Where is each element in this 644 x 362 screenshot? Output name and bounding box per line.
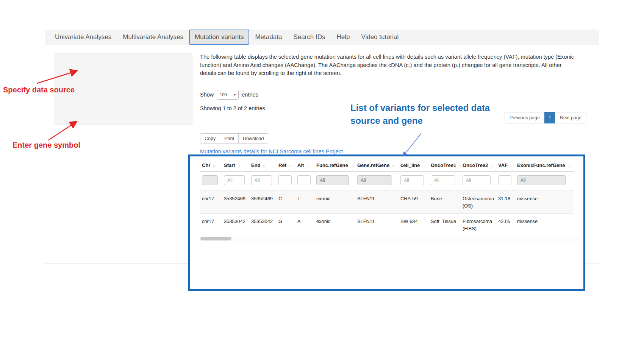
- filter-vaf[interactable]: [498, 175, 511, 185]
- cell-vaf: 42.05: [496, 214, 515, 236]
- column-header-end[interactable]: End↑↓: [249, 158, 276, 172]
- annotation-enter-gene-symbol: Enter gene symbol: [13, 141, 80, 150]
- column-header-chr[interactable]: Chr↑↓: [200, 158, 222, 172]
- column-header-gene-refgene[interactable]: Gene.refGene↑↓: [355, 158, 398, 172]
- cell-oncotree1: Soft_Tissue: [428, 214, 460, 236]
- cell-end: 35353042: [249, 214, 276, 236]
- cell-alt: T: [295, 191, 314, 214]
- cell-oncotree2: Fibrosarcoma (FIBS): [460, 214, 496, 236]
- scrollbar-thumb[interactable]: [200, 237, 231, 240]
- sort-icon: ↑↓: [212, 163, 215, 168]
- tab-video-tutorial[interactable]: Video tutorial: [355, 30, 404, 45]
- cell-start: 35352469: [222, 191, 249, 214]
- main-navbar: Univariate Analyses Multivariate Analyse…: [45, 30, 599, 45]
- sort-icon: ↑↓: [458, 163, 461, 168]
- sort-icon: ↑↓: [391, 163, 394, 168]
- sort-icon: ↑↓: [263, 163, 265, 168]
- cell-end: 35352469: [249, 191, 276, 214]
- cell-start: 35353042: [222, 214, 249, 236]
- list-of-variants-arrow: [403, 133, 421, 156]
- filter-cell-line[interactable]: All: [400, 175, 424, 185]
- sort-icon: ↑↓: [306, 163, 308, 168]
- tab-search-ids[interactable]: Search IDs: [288, 30, 331, 45]
- cell-gene-refgene: SLFN11: [355, 214, 398, 236]
- cell-gene-refgene: SLFN11: [355, 191, 398, 214]
- column-header-oncotree1[interactable]: OncoTree1↑↓: [428, 158, 460, 172]
- copy-button[interactable]: Copy: [200, 133, 220, 144]
- cell-func-refgene: exonic: [314, 214, 355, 236]
- tab-mutation-variants[interactable]: Mutation variants: [189, 30, 249, 45]
- variants-table-container: Chr↑↓ Start↑↓ End↑↓ Ref↑↓ Alt↑↓ Func.ref…: [188, 154, 585, 291]
- header-row: Chr↑↓ Start↑↓ End↑↓ Ref↑↓ Alt↑↓ Func.ref…: [200, 158, 574, 172]
- annotation-list-of-variants: List of variants for selected data sourc…: [350, 101, 510, 127]
- current-page-button[interactable]: 1: [544, 112, 555, 123]
- cell-alt: A: [295, 214, 314, 236]
- column-header-alt[interactable]: Alt↑↓: [295, 158, 314, 172]
- horizontal-scrollbar[interactable]: [200, 236, 581, 241]
- filter-end[interactable]: All: [251, 175, 272, 185]
- filter-exonicfunc-refgene[interactable]: All: [517, 175, 566, 185]
- cell-exonicfunc-refgene: missense: [515, 191, 574, 214]
- sort-icon: ↑↓: [567, 163, 569, 168]
- page-length-control: Show 100 ▾ entries: [200, 90, 258, 100]
- tab-univariate-analyses[interactable]: Univariate Analyses: [49, 30, 117, 45]
- cell-ref: G: [276, 214, 295, 236]
- sort-icon: ↑↓: [490, 163, 492, 168]
- table-description: The following table displays the selecte…: [200, 53, 579, 78]
- filter-chr[interactable]: [202, 175, 218, 185]
- table-caption-link[interactable]: Mutation variants details for NCI Sarcom…: [200, 148, 343, 154]
- filter-alt[interactable]: [297, 175, 311, 185]
- showing-entries-status: Showing 1 to 2 of 2 entries: [200, 105, 265, 111]
- entries-label: entries: [242, 92, 258, 98]
- cell-cell-line: CHA-59: [398, 191, 428, 214]
- sort-icon: ↑↓: [350, 163, 353, 168]
- sort-icon: ↑↓: [422, 163, 424, 168]
- cell-chr: chr17: [200, 191, 222, 214]
- sort-icon: ↑↓: [510, 163, 512, 168]
- column-header-start[interactable]: Start↑↓: [222, 158, 249, 172]
- cell-exonicfunc-refgene: missense: [515, 214, 574, 236]
- column-header-func-refgene[interactable]: Func.refGene↑↓: [314, 158, 355, 172]
- column-header-exonicfunc-refgene[interactable]: ExonicFunc.refGene↑↓: [515, 158, 574, 172]
- export-button-group: Copy Print Download: [200, 133, 268, 144]
- column-header-oncotree2[interactable]: OncoTree2↑↓: [460, 158, 496, 172]
- column-header-ref[interactable]: Ref↑↓: [276, 158, 295, 172]
- print-button[interactable]: Print: [220, 133, 239, 144]
- show-label: Show: [200, 92, 214, 98]
- cell-func-refgene: exonic: [314, 191, 355, 214]
- tab-multivariate-analyses[interactable]: Multivariate Analyses: [117, 30, 189, 45]
- cell-oncotree1: Bone: [428, 191, 460, 214]
- cell-cell-line: SW 684: [398, 214, 428, 236]
- next-page-button[interactable]: Next page: [555, 112, 586, 123]
- table-row[interactable]: chr17 35353042 35353042 G A exonic SLFN1…: [200, 214, 574, 236]
- filter-ref[interactable]: [278, 175, 292, 185]
- previous-page-button[interactable]: Previous page: [505, 112, 545, 123]
- filter-func-refgene[interactable]: All: [316, 175, 349, 185]
- sort-icon: ↑↓: [288, 163, 291, 168]
- column-header-cell-line[interactable]: cell_line↑↓: [398, 158, 428, 172]
- variants-table: Chr↑↓ Start↑↓ End↑↓ Ref↑↓ Alt↑↓ Func.ref…: [200, 158, 574, 236]
- tab-help[interactable]: Help: [331, 30, 355, 45]
- cell-chr: chr17: [200, 214, 222, 236]
- pagination: Previous page 1 Next page: [505, 112, 586, 123]
- filter-row: All All All All All All All All: [200, 172, 574, 191]
- page-length-value: 100: [220, 92, 227, 97]
- filter-start[interactable]: All: [224, 175, 245, 185]
- chevron-down-icon: ▾: [234, 93, 236, 97]
- page-length-select[interactable]: 100 ▾: [217, 90, 239, 100]
- table-row[interactable]: chr17 35352469 35352469 C T exonic SLFN1…: [200, 191, 574, 214]
- cell-ref: C: [276, 191, 295, 214]
- annotation-specify-data-source: Specify data source: [3, 86, 75, 94]
- tab-metadata[interactable]: Metadata: [249, 30, 288, 45]
- download-button[interactable]: Download: [238, 133, 269, 144]
- filter-oncotree1[interactable]: All: [431, 175, 455, 185]
- filter-gene-refgene[interactable]: All: [357, 175, 392, 185]
- cell-oncotree2: Osteosarcoma (OS): [460, 191, 496, 214]
- filter-oncotree2[interactable]: All: [463, 175, 491, 185]
- column-header-vaf[interactable]: VAF↑↓: [496, 158, 515, 172]
- sort-icon: ↑↓: [237, 163, 240, 168]
- cell-vaf: 31.18: [496, 191, 515, 214]
